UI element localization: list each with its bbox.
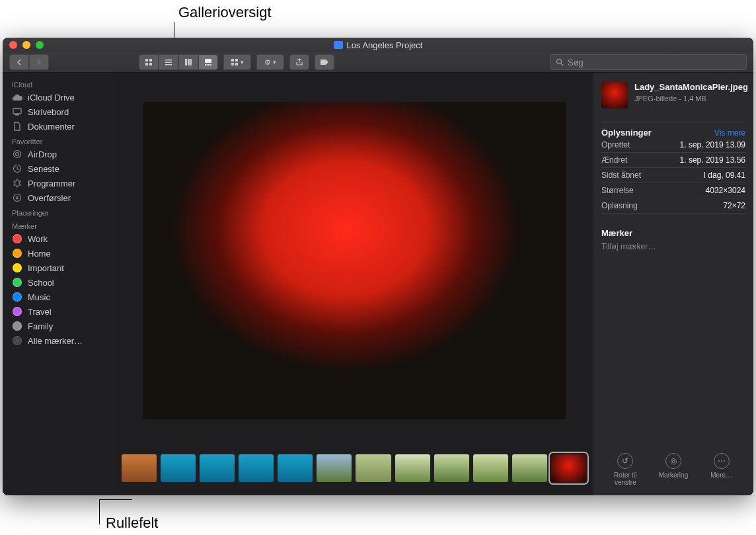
info-value: I dag, 09.41	[704, 171, 745, 180]
sidebar-item[interactable]: Music	[3, 290, 115, 304]
sidebar-item[interactable]: Overførsler	[3, 190, 115, 205]
thumbnail[interactable]	[356, 454, 391, 482]
inspector-info-row: Opløsning72×72	[601, 198, 745, 214]
inspector-thumb	[601, 82, 628, 108]
thumbnail[interactable]	[317, 454, 352, 482]
svg-rect-3	[149, 63, 152, 65]
sidebar-item[interactable]: Alle mærker…	[3, 333, 115, 348]
svg-rect-2	[145, 63, 148, 65]
inspector-info-row: Størrelse4032×3024	[601, 183, 745, 198]
inspector-panel: Lady_SantaMonicaPier.jpeg JPEG-billede -…	[593, 73, 753, 495]
finder-window: Los Angeles Project ▾ ⚙▾	[3, 38, 753, 495]
sidebar-item[interactable]: Important	[3, 261, 115, 275]
cloud-icon	[12, 92, 22, 103]
window-title-text: Los Angeles Project	[347, 40, 423, 50]
tag-icon	[12, 248, 22, 259]
thumbnail[interactable]	[161, 454, 196, 482]
tag-icon	[12, 306, 22, 317]
thumbnail[interactable]	[395, 454, 430, 482]
inspector-tags-input[interactable]: Tilføj mærker…	[601, 242, 745, 251]
svg-rect-8	[188, 59, 190, 65]
search-placeholder: Søg	[568, 58, 584, 67]
quick-action[interactable]: ↺Roter til venstre	[604, 453, 646, 486]
preview-area	[115, 73, 593, 448]
sidebar-item-label: Skrivebord	[28, 107, 69, 117]
nav-forward-button[interactable]	[29, 54, 49, 70]
thumbnail[interactable]	[200, 454, 235, 482]
folder-icon	[334, 41, 343, 49]
action-menu-button[interactable]: ⚙▾	[256, 54, 284, 70]
sidebar-item-label: Programmer	[28, 179, 75, 188]
sidebar-item[interactable]: Skrivebord	[3, 104, 115, 119]
svg-point-21	[14, 151, 21, 158]
thumbnail[interactable]	[122, 454, 157, 482]
sidebar-item-label: School	[28, 278, 54, 288]
arrange-button[interactable]: ▾	[223, 54, 251, 70]
sidebar-item[interactable]: Travel	[3, 304, 115, 319]
sidebar-section-header: Mærker	[3, 218, 115, 231]
svg-rect-16	[231, 63, 234, 65]
callout-scroll-strip: Rullefelt	[106, 514, 158, 532]
info-key: Størrelse	[601, 186, 634, 195]
svg-rect-13	[209, 64, 211, 65]
sidebar-item[interactable]: Work	[3, 231, 115, 246]
tag-icon	[12, 292, 22, 302]
action-icon: ⋯	[714, 453, 730, 469]
share-button[interactable]	[289, 54, 309, 70]
preview-image[interactable]	[143, 102, 566, 419]
gallery-main	[115, 73, 593, 495]
sidebar-item[interactable]: Dokumenter	[3, 119, 115, 134]
inspector-show-more[interactable]: Vis mere	[714, 128, 745, 138]
search-icon	[556, 58, 564, 66]
desktop-icon	[12, 106, 22, 117]
sidebar-item[interactable]: School	[3, 275, 115, 290]
info-key: Sidst åbnet	[601, 171, 641, 180]
sidebar-item-label: Family	[28, 321, 53, 331]
sidebar: iCloudiCloud DriveSkrivebordDokumenterFa…	[3, 73, 115, 495]
sidebar-item[interactable]: Programmer	[3, 176, 115, 190]
tag-icon	[12, 263, 22, 273]
info-value: 72×72	[723, 201, 745, 210]
sidebar-item-label: Important	[28, 263, 64, 273]
sidebar-item-label: Music	[28, 292, 50, 302]
thumbnail[interactable]	[512, 454, 547, 482]
svg-rect-7	[185, 59, 187, 65]
view-column-button[interactable]	[178, 54, 198, 70]
thumbnail[interactable]	[278, 454, 313, 482]
thumbnail-strip[interactable]	[115, 448, 593, 495]
quick-action[interactable]: ⋯Mere…	[700, 453, 743, 486]
sidebar-item-label: Dokumenter	[28, 122, 75, 132]
view-gallery-button[interactable]	[198, 54, 218, 70]
thumbnail[interactable]	[551, 454, 586, 482]
tag-icon	[12, 277, 22, 288]
info-key: Oprettet	[601, 140, 630, 149]
svg-rect-1	[149, 59, 152, 62]
sidebar-item-label: Travel	[28, 307, 52, 317]
sidebar-item[interactable]: iCloud Drive	[3, 90, 115, 104]
tag-icon	[12, 335, 22, 346]
inspector-info-row: Oprettet1. sep. 2019 13.09	[601, 138, 745, 153]
inspector-info-header: Oplysninger	[601, 128, 652, 138]
svg-rect-9	[190, 59, 192, 65]
sidebar-item[interactable]: Seneste	[3, 161, 115, 176]
thumbnail[interactable]	[473, 454, 508, 482]
view-icon-button[interactable]	[139, 54, 159, 70]
clock-icon	[12, 163, 22, 174]
info-value: 1. sep. 2019 13.09	[680, 140, 745, 149]
sidebar-item[interactable]: Family	[3, 319, 115, 333]
info-value: 1. sep. 2019 13.56	[680, 155, 745, 165]
thumbnail[interactable]	[434, 454, 469, 482]
sidebar-item[interactable]: Home	[3, 246, 115, 261]
sidebar-item-label: iCloud Drive	[28, 93, 75, 103]
svg-rect-11	[205, 64, 207, 65]
sidebar-item[interactable]: AirDrop	[3, 147, 115, 161]
view-list-button[interactable]	[159, 54, 178, 70]
nav-back-button[interactable]	[9, 54, 29, 70]
inspector-filename: Lady_SantaMonicaPier.jpeg	[634, 82, 745, 93]
tags-button[interactable]	[315, 54, 334, 70]
thumbnail[interactable]	[239, 454, 274, 482]
gear-icon: ⚙	[264, 58, 271, 67]
svg-rect-14	[231, 59, 234, 62]
quick-action[interactable]: ◎Markering	[652, 453, 695, 486]
search-field[interactable]: Søg	[550, 54, 747, 70]
